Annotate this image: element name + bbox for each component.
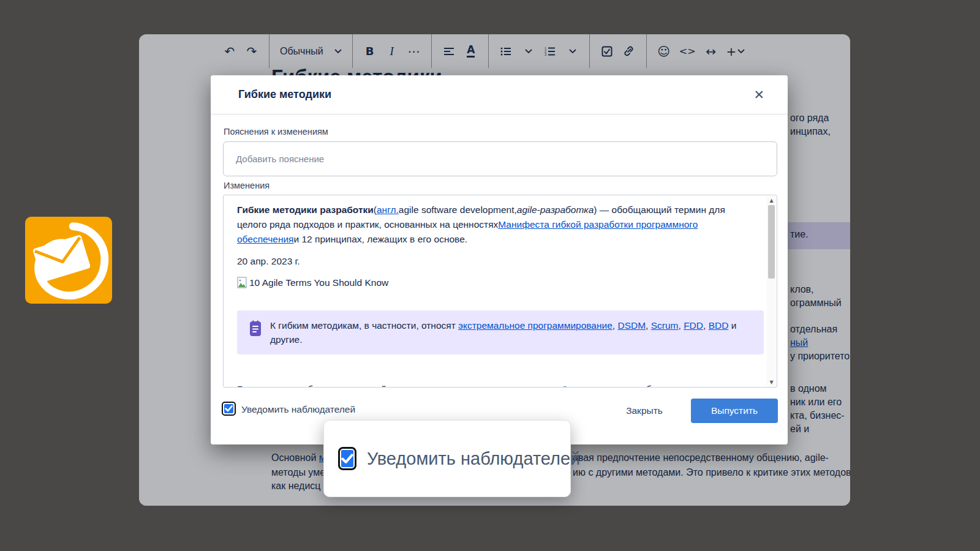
scrollbar-thumb[interactable] <box>768 205 775 279</box>
image-alt-text: 10 Agile Terms You Should Know <box>249 277 388 288</box>
email-notification-app-icon[interactable] <box>25 217 112 304</box>
check-icon <box>341 454 353 464</box>
scroll-up-icon[interactable]: ▲ <box>767 196 776 204</box>
paragraph: Гибкие методики разработки(англ.agile so… <box>237 203 756 247</box>
dialog-header: Гибкие методики ✕ <box>211 75 788 114</box>
clipped-text-line: Большинство гибких методологий нацелены … <box>237 384 777 388</box>
close-icon[interactable]: ✕ <box>751 85 767 105</box>
publish-button[interactable]: Выпустить <box>691 399 778 423</box>
italic-text: agile-разработка <box>517 204 594 215</box>
broken-image-line: 10 Agile Terms You Should Know <box>237 277 756 289</box>
checkbox-checked-state <box>341 450 353 467</box>
note-icon <box>248 320 263 338</box>
text: , <box>679 320 684 331</box>
envelope-swirl-icon <box>25 217 112 304</box>
link[interactable]: экстремальное программирование <box>458 320 612 331</box>
publish-dialog: Гибкие методики ✕ Пояснения к изменениям… <box>211 75 788 444</box>
broken-image-icon <box>237 277 248 289</box>
info-panel-text: К гибким методикам, в частности, относят… <box>270 318 752 347</box>
notify-watchers-zoom-popup: Уведомить наблюдателей <box>323 420 571 497</box>
link[interactable]: FDD <box>684 320 703 331</box>
dialog-title: Гибкие методики <box>238 88 751 101</box>
notify-watchers-label: Уведомить наблюдателей <box>241 404 355 415</box>
notify-watchers-checkbox[interactable] <box>222 402 236 416</box>
text: К гибким методикам, в частности, относят <box>270 320 458 331</box>
text: agile software development, <box>399 204 517 215</box>
changes-label: Изменения <box>224 181 270 190</box>
link[interactable]: Scrum <box>651 320 679 331</box>
explanation-label: Пояснения к изменениям <box>224 127 328 137</box>
notify-watchers-checkbox-large[interactable] <box>338 447 356 470</box>
scroll-down-icon[interactable]: ▼ <box>767 378 776 386</box>
text: , <box>646 320 651 331</box>
checkbox-checked-state <box>224 404 233 413</box>
changes-content: Гибкие методики разработки(англ.agile so… <box>224 195 767 387</box>
notify-watchers-label-large: Уведомить наблюдателей <box>367 449 580 469</box>
date-text: 20 апр. 2023 г. <box>237 256 756 267</box>
check-icon <box>225 405 233 412</box>
close-button[interactable]: Закрыть <box>615 402 674 419</box>
explanation-input[interactable] <box>223 141 777 176</box>
info-panel: К гибким методикам, в частности, относят… <box>237 310 764 354</box>
changes-preview: Гибкие методики разработки(англ.agile so… <box>223 195 777 388</box>
text: , <box>703 320 709 331</box>
link[interactable]: BDD <box>709 320 729 331</box>
scrollbar[interactable]: ▲ ▼ <box>767 196 776 386</box>
link[interactable]: англ. <box>377 204 399 215</box>
link[interactable]: DSDM <box>617 320 646 331</box>
text: и 12 принципах, лежащих в его основе. <box>294 234 468 244</box>
bold-text: Гибкие методики разработки <box>237 204 374 215</box>
